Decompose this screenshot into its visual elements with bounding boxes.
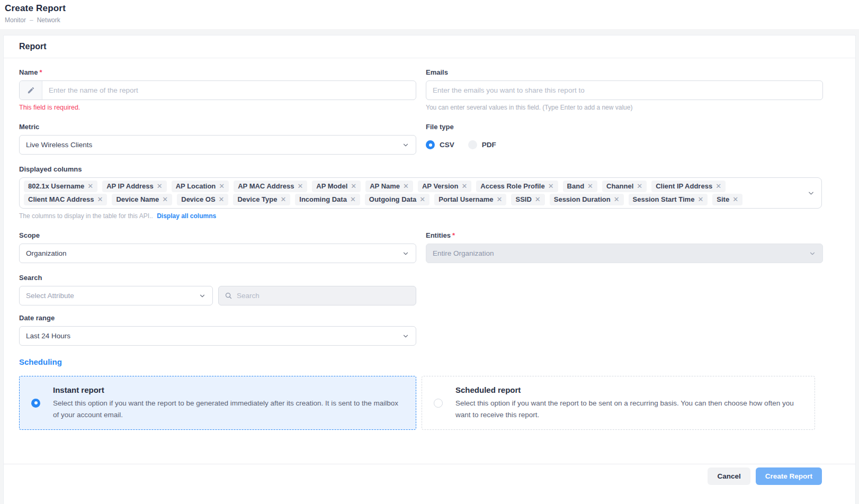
- chip-close-icon[interactable]: ✕: [461, 182, 467, 191]
- create-report-button[interactable]: Create Report: [756, 467, 822, 485]
- page-header: Create Report Monitor – Network: [0, 0, 859, 29]
- chip-close-icon[interactable]: ✕: [297, 182, 303, 191]
- column-chip: Incoming Data ✕: [295, 194, 360, 205]
- scope-label: Scope: [19, 231, 416, 239]
- displayed-columns-chips: 802.1x Username ✕ AP IP Address ✕ AP Loc…: [24, 181, 796, 205]
- file-type-label: File type: [426, 123, 823, 131]
- name-input[interactable]: [42, 81, 416, 100]
- chip-label: Site: [717, 195, 729, 204]
- search-icon: [219, 292, 232, 300]
- column-chip: AP Version ✕: [418, 181, 471, 192]
- radio-icon-instant[interactable]: [31, 399, 40, 408]
- chip-label: AP IP Address: [106, 182, 154, 191]
- cancel-button[interactable]: Cancel: [708, 467, 750, 485]
- column-chip: Channel ✕: [602, 181, 647, 192]
- displayed-columns-group: Displayed columns 802.1x Username ✕ AP I…: [19, 165, 822, 220]
- date-range-field-group: Date range Last 24 Hours: [19, 314, 416, 346]
- radio-icon-pdf[interactable]: [468, 140, 477, 149]
- emails-field-group: Emails You can enter several values in t…: [426, 68, 823, 111]
- chip-close-icon[interactable]: ✕: [280, 195, 286, 204]
- search-input[interactable]: [232, 286, 416, 305]
- column-chip: AP Name ✕: [365, 181, 413, 192]
- chip-label: AP MAC Address: [238, 182, 294, 191]
- chip-close-icon[interactable]: ✕: [497, 195, 503, 204]
- chip-close-icon[interactable]: ✕: [87, 182, 93, 191]
- column-chip: Band ✕: [563, 181, 597, 192]
- name-field-group: Name* This field is required.: [19, 68, 416, 111]
- instant-report-title: Instant report: [53, 385, 401, 394]
- column-chip: Site ✕: [712, 194, 742, 205]
- instant-report-option[interactable]: Instant report Select this option if you…: [19, 376, 416, 430]
- chip-close-icon[interactable]: ✕: [351, 182, 356, 191]
- chip-close-icon[interactable]: ✕: [715, 182, 721, 191]
- file-type-option-pdf[interactable]: PDF: [468, 140, 496, 149]
- column-chip: Session Duration ✕: [550, 194, 624, 205]
- chip-close-icon[interactable]: ✕: [419, 195, 425, 204]
- displayed-columns-box[interactable]: 802.1x Username ✕ AP IP Address ✕ AP Loc…: [19, 177, 822, 209]
- chip-label: Session Duration: [554, 195, 611, 204]
- required-asterisk: *: [39, 68, 42, 76]
- chip-label: 802.1x Username: [28, 182, 84, 191]
- breadcrumb: Monitor – Network: [5, 16, 859, 24]
- search-input-wrapper: [218, 286, 416, 305]
- emails-input-wrapper: [426, 80, 823, 100]
- metric-select[interactable]: Live Wireless Clients: [19, 135, 416, 155]
- chip-label: Device Type: [237, 195, 277, 204]
- chip-close-icon[interactable]: ✕: [535, 195, 541, 204]
- chip-label: AP Name: [370, 182, 400, 191]
- column-chip: Access Role Profile ✕: [476, 181, 558, 192]
- chip-close-icon[interactable]: ✕: [162, 195, 168, 204]
- scheduled-report-option[interactable]: Scheduled report Select this option if y…: [422, 376, 815, 430]
- chip-label: Device OS: [181, 195, 215, 204]
- chip-close-icon[interactable]: ✕: [637, 182, 642, 191]
- breadcrumb-item-network[interactable]: Network: [37, 16, 60, 24]
- chip-close-icon[interactable]: ✕: [219, 195, 225, 204]
- chip-close-icon[interactable]: ✕: [97, 195, 103, 204]
- chip-close-icon[interactable]: ✕: [157, 182, 163, 191]
- chip-label: AP Model: [316, 182, 347, 191]
- display-all-columns-link[interactable]: Display all columns: [157, 212, 216, 220]
- breadcrumb-item-monitor[interactable]: Monitor: [5, 16, 26, 24]
- chip-close-icon[interactable]: ✕: [350, 195, 356, 204]
- emails-input[interactable]: [426, 81, 822, 100]
- radio-icon-csv[interactable]: [426, 140, 435, 149]
- column-chip: Client IP Address ✕: [651, 181, 726, 192]
- radio-icon-scheduled[interactable]: [434, 399, 443, 408]
- entities-label: Entities*: [426, 231, 823, 239]
- chip-close-icon[interactable]: ✕: [614, 195, 620, 204]
- column-chip: Device OS ✕: [177, 194, 228, 205]
- chip-label: AP Location: [176, 182, 216, 191]
- date-range-label: Date range: [19, 314, 416, 322]
- chip-close-icon[interactable]: ✕: [732, 195, 738, 204]
- card-header: Report: [4, 35, 855, 58]
- chip-close-icon[interactable]: ✕: [587, 182, 593, 191]
- scope-select[interactable]: Organization: [19, 244, 416, 263]
- column-chip: Client MAC Address ✕: [24, 194, 107, 205]
- displayed-columns-label: Displayed columns: [19, 165, 822, 173]
- chip-label: Incoming Data: [299, 195, 347, 204]
- report-card: Report Name* This field is required. Ema…: [3, 35, 856, 504]
- column-chip: Portal Username ✕: [434, 194, 506, 205]
- search-field-group: Search Select Attribute: [19, 274, 822, 305]
- date-range-select[interactable]: Last 24 Hours: [19, 326, 416, 346]
- chip-close-icon[interactable]: ✕: [219, 182, 225, 191]
- name-input-wrapper: [19, 80, 416, 100]
- chip-close-icon[interactable]: ✕: [403, 182, 409, 191]
- chip-close-icon[interactable]: ✕: [548, 182, 554, 191]
- column-chip: AP Model ✕: [312, 181, 361, 192]
- chip-label: Device Name: [116, 195, 159, 204]
- chip-label: Client MAC Address: [28, 195, 94, 204]
- search-attribute-select[interactable]: Select Attribute: [19, 286, 213, 305]
- column-chip: Session Start Time ✕: [629, 194, 708, 205]
- name-label: Name*: [19, 68, 416, 76]
- chip-close-icon[interactable]: ✕: [697, 195, 703, 204]
- emails-label: Emails: [426, 68, 823, 76]
- metric-field-group: Metric Live Wireless Clients: [19, 123, 416, 155]
- chip-label: Access Role Profile: [480, 182, 544, 191]
- chip-label: AP Version: [422, 182, 458, 191]
- file-type-option-csv[interactable]: CSV: [426, 140, 454, 149]
- scheduled-report-description: Select this option if you want the repor…: [455, 398, 800, 420]
- required-asterisk: *: [452, 231, 455, 239]
- chevron-down-icon: [807, 189, 815, 197]
- column-chip: Device Name ✕: [112, 194, 172, 205]
